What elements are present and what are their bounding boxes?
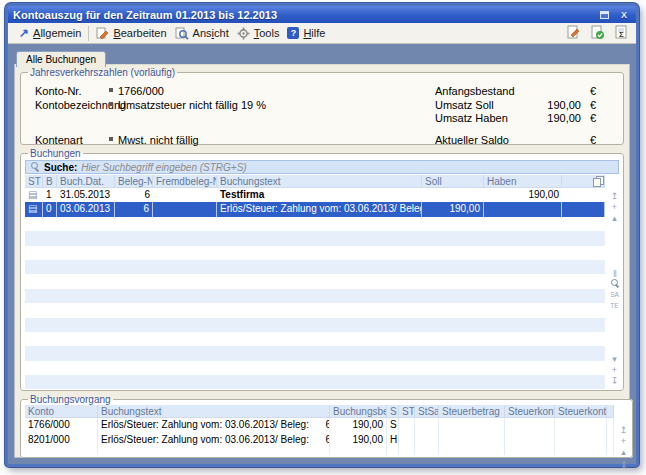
cell-steuerkonto-1[interactable] [505, 418, 555, 433]
column-options-icon[interactable]: ||| [617, 458, 630, 469]
cell-steuerbetrag[interactable] [439, 433, 505, 448]
column-header-haben[interactable]: Haben [484, 175, 562, 187]
cell-filler[interactable] [607, 418, 614, 433]
cell-b[interactable]: 1 [43, 188, 57, 202]
table-row[interactable]: ▤131.05.20136Testfirma190,00 [25, 188, 605, 202]
cell-soll[interactable] [422, 188, 484, 202]
menu-hilfe[interactable]: ? Hilfe [283, 25, 329, 41]
table-row-empty[interactable] [25, 318, 605, 332]
scroll-prev-icon[interactable]: ▴ [617, 447, 630, 458]
table-row-empty[interactable] [25, 375, 605, 389]
book-document-icon[interactable] [566, 25, 581, 42]
cell-buchungstext[interactable]: Testfirma [217, 188, 422, 202]
scroll-next-icon[interactable]: ▾ [608, 354, 621, 365]
copy-icon[interactable] [593, 176, 604, 187]
cell-konto[interactable]: 8201/000 [25, 433, 98, 448]
menu-ansicht[interactable]: Ansicht [171, 25, 233, 42]
row-insert-icon[interactable]: + [608, 202, 621, 213]
table-row[interactable]: ▤003.06.20136Erlös/Steuer: Zahlung vom: … [25, 202, 605, 216]
column-header-spacer[interactable] [607, 405, 614, 417]
table-row-empty[interactable] [25, 274, 605, 288]
cell-buchungstext[interactable]: Erlös/Steuer: Zahlung vom: 03.06.2013/ B… [98, 418, 330, 433]
te-toggle-icon[interactable]: TE [608, 300, 621, 311]
column-header-steuerbetrag[interactable]: Steuerbetrag [439, 405, 505, 417]
check-document-icon[interactable] [590, 25, 605, 42]
table-row-empty[interactable] [25, 332, 605, 346]
cell-fremdbeleg-nr[interactable] [153, 188, 217, 202]
cell-buchdat[interactable]: 31.05.2013 [57, 188, 115, 202]
scroll-last-icon[interactable]: ↧ [608, 376, 621, 387]
title-bar[interactable]: Kontoauszug für den Zeitraum 01.2013 bis… [8, 6, 636, 23]
table-row-empty[interactable] [25, 289, 605, 303]
cell-buchungstext[interactable]: Erlös/Steuer: Zahlung vom: 03.06.2013/ B… [217, 202, 422, 216]
cell-fremdbeleg-nr[interactable] [153, 202, 217, 216]
cell-haben[interactable] [484, 202, 562, 216]
cell-buchungstext[interactable]: Erlös/Steuer: Zahlung vom: 03.06.2013/ B… [98, 433, 330, 448]
cell-stsatz[interactable] [415, 418, 439, 433]
cell-stsatz[interactable] [415, 433, 439, 448]
column-header-st[interactable]: ST [25, 175, 43, 187]
cell-st[interactable] [399, 433, 415, 448]
column-header-s[interactable]: S [387, 405, 399, 417]
table-row-empty[interactable] [25, 217, 605, 231]
table-row-empty[interactable] [25, 346, 605, 360]
scroll-first-icon[interactable]: ↥ [617, 425, 630, 436]
sum-document-icon[interactable]: Σ [614, 25, 629, 42]
table-row-empty[interactable] [25, 231, 605, 245]
cell-s[interactable]: S [387, 418, 399, 433]
tab-alle-buchungen[interactable]: Alle Buchungen [16, 51, 106, 67]
table-row-empty[interactable] [25, 260, 605, 274]
cell-konto[interactable]: 1766/000 [25, 418, 98, 433]
window-restore-button[interactable] [597, 9, 611, 21]
cell-beleg-nr[interactable]: 6 [115, 202, 153, 216]
table-row-empty[interactable] [25, 303, 605, 317]
cell-haben[interactable]: 190,00 [484, 188, 562, 202]
column-header-buchungstext[interactable]: Buchungstext [217, 175, 422, 187]
table-row[interactable]: 1766/000Erlös/Steuer: Zahlung vom: 03.06… [25, 418, 614, 433]
cell-steuerkonto-1[interactable] [505, 433, 555, 448]
cell-st[interactable] [399, 418, 415, 433]
window-close-button[interactable]: X [617, 9, 631, 21]
column-header-konto[interactable]: Konto [25, 405, 98, 417]
cell-buchungsbetrag[interactable]: 190,00 [330, 433, 387, 448]
table-row-empty[interactable] [25, 361, 605, 375]
cell-buchungsbetrag[interactable]: 190,00 [330, 418, 387, 433]
scroll-first-icon[interactable]: ↥ [608, 191, 621, 202]
menu-tools[interactable]: Tools [233, 25, 284, 42]
column-options-icon[interactable]: ||| [608, 267, 621, 278]
cell-steuerbetrag[interactable] [439, 418, 505, 433]
cell-st[interactable]: ▤ [25, 188, 43, 202]
cell-filler[interactable] [562, 188, 605, 202]
table-row[interactable]: 8201/000Erlös/Steuer: Zahlung vom: 03.06… [25, 433, 614, 448]
row-append-icon[interactable]: + [608, 365, 621, 376]
row-insert-icon[interactable]: + [617, 436, 630, 447]
cell-st[interactable]: ▤ [25, 202, 43, 216]
cell-soll[interactable]: 190,00 [422, 202, 484, 216]
menu-bearbeiten[interactable]: Bearbeiten [92, 25, 170, 42]
column-header-steuerkonto-2[interactable]: Steuerkonto 2 [555, 405, 607, 417]
column-header-fremdbeleg-nr-[interactable]: Fremdbeleg-Nr. [153, 175, 217, 187]
column-header-st[interactable]: ST [399, 405, 415, 417]
scroll-prev-icon[interactable]: ▴ [608, 213, 621, 224]
cell-buchdat[interactable]: 03.06.2013 [57, 202, 115, 216]
column-header-b[interactable]: B [43, 175, 57, 187]
column-header-steuerkonto-1[interactable]: Steuerkonto 1 [505, 405, 555, 417]
column-header-buchungsbetrag[interactable]: Buchungsbetrag [330, 405, 387, 417]
column-header-buch-dat-[interactable]: Buch.Dat. [57, 175, 115, 187]
column-header-beleg-nr-[interactable]: Beleg-Nr. [115, 175, 153, 187]
zoom-row-icon[interactable] [608, 278, 621, 289]
cell-filler[interactable] [562, 202, 605, 216]
table-row-empty[interactable] [25, 246, 605, 260]
search-bar[interactable]: Suche: Hier Suchbegriff eingeben (STRG+S… [25, 160, 619, 174]
column-header-buchungstext[interactable]: Buchungstext [98, 405, 330, 417]
column-header-soll[interactable]: Soll [422, 175, 484, 187]
column-header-stsatz[interactable]: StSatz [415, 405, 439, 417]
cell-s[interactable]: H [387, 433, 399, 448]
cell-b[interactable]: 0 [43, 202, 57, 216]
cell-steuerkonto-2[interactable] [555, 433, 607, 448]
sa-toggle-icon[interactable]: SA [608, 289, 621, 300]
menu-allgemein[interactable]: ↗ Allgemein [15, 25, 85, 41]
cell-filler[interactable] [607, 433, 614, 448]
table-row-empty[interactable] [25, 447, 614, 455]
cell-steuerkonto-2[interactable] [555, 418, 607, 433]
